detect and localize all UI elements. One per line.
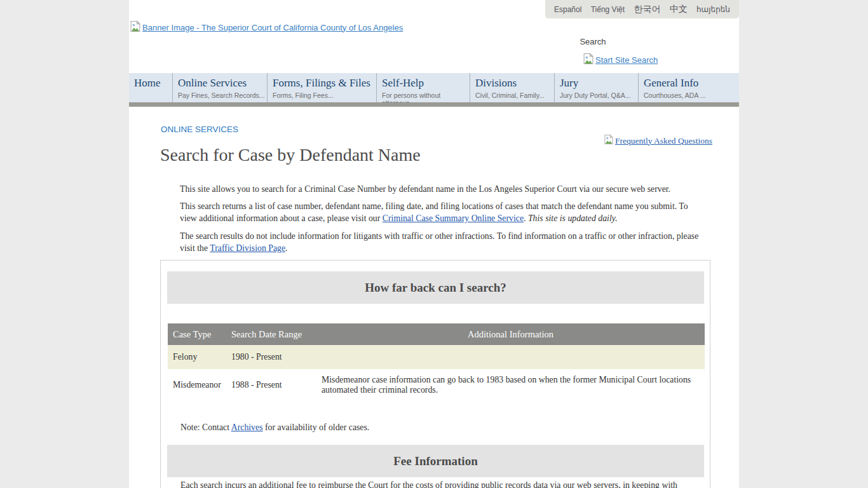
nav-label: Jury bbox=[560, 77, 638, 90]
nav-label: Divisions bbox=[475, 77, 554, 90]
broken-image-icon bbox=[130, 20, 141, 34]
faq-link-label: Frequently Asked Questions bbox=[615, 136, 712, 146]
intro-paragraph-2: This search returns a list of case numbe… bbox=[180, 200, 702, 224]
nav-item-forms-filings-files[interactable]: Forms, Filings & Files Forms, Filing Fee… bbox=[268, 73, 377, 102]
traffic-division-link[interactable]: Traffic Division Page bbox=[210, 243, 285, 253]
faq-link[interactable]: Frequently Asked Questions bbox=[604, 134, 712, 147]
fee-paragraph: Each search incurs an additional fee to … bbox=[180, 479, 695, 488]
banner-link[interactable]: Banner Image - The Superior Court of Cal… bbox=[130, 20, 403, 34]
cell-info bbox=[316, 345, 705, 369]
broken-image-icon bbox=[604, 134, 614, 147]
cell-date-range: 1988 - Present bbox=[226, 369, 316, 401]
col-header-date-range: Search Date Range bbox=[226, 323, 316, 345]
breadcrumb-online-services[interactable]: ONLINE SERVICES bbox=[161, 125, 238, 134]
lang-korean[interactable]: 한국어 bbox=[634, 4, 660, 15]
nav-item-home[interactable]: Home bbox=[129, 73, 173, 102]
archives-note: Note: Contact Archives for availability … bbox=[180, 423, 369, 433]
info-card: How far back can I search? Case Type Sea… bbox=[160, 260, 710, 488]
col-header-additional-info: Additional Information bbox=[316, 323, 705, 345]
nav-item-general-info[interactable]: General Info Courthouses, ADA ... bbox=[639, 73, 739, 102]
criminal-case-summary-link[interactable]: Criminal Case Summary Online Service bbox=[383, 214, 524, 223]
search-range-table: Case Type Search Date Range Additional I… bbox=[168, 323, 705, 401]
nav-subtitle: Courthouses, ADA ... bbox=[644, 92, 739, 99]
nav-label: Forms, Filings & Files bbox=[273, 77, 376, 90]
p3-period: . bbox=[285, 243, 287, 253]
nav-subtitle: Forms, Filing Fees... bbox=[273, 92, 376, 99]
table-row-felony: Felony 1980 - Present bbox=[168, 345, 705, 369]
cell-case-type: Misdemeanor bbox=[168, 369, 226, 401]
p2-italic-note: This site is updated daily. bbox=[528, 214, 618, 223]
col-header-case-type: Case Type bbox=[168, 323, 226, 345]
nav-label: Self-Help bbox=[382, 77, 470, 90]
intro-paragraph-3: The search results do not include inform… bbox=[180, 230, 702, 254]
p2-period: . bbox=[524, 214, 528, 223]
table-header-row: Case Type Search Date Range Additional I… bbox=[168, 323, 705, 345]
table-row-misdemeanor: Misdemeanor 1988 - Present Misdemeanor c… bbox=[168, 369, 705, 401]
fee-information-heading: Fee Information bbox=[167, 445, 704, 477]
note-text-after: for availability of older cases. bbox=[263, 423, 370, 432]
note-text: Note: Contact bbox=[180, 423, 231, 432]
cell-case-type: Felony bbox=[168, 345, 226, 369]
banner-alt-text: Banner Image - The Superior Court of Cal… bbox=[142, 23, 403, 32]
nav-item-divisions[interactable]: Divisions Civil, Criminal, Family... bbox=[470, 73, 555, 102]
nav-divider-strip bbox=[129, 102, 739, 107]
nav-subtitle: Jury Duty Portal, Q&A... bbox=[560, 92, 638, 99]
nav-label: Online Services bbox=[178, 77, 267, 90]
nav-item-jury[interactable]: Jury Jury Duty Portal, Q&A... bbox=[555, 73, 639, 102]
page-title: Search for Case by Defendant Name bbox=[160, 145, 421, 165]
nav-label: Home bbox=[134, 77, 172, 90]
archives-link[interactable]: Archives bbox=[231, 423, 263, 432]
broken-image-icon bbox=[583, 53, 594, 67]
lang-chinese[interactable]: 中文 bbox=[670, 4, 688, 15]
intro-paragraph-1: This site allows you to search for a Cri… bbox=[180, 183, 702, 195]
cell-date-range: 1980 - Present bbox=[226, 345, 316, 369]
start-site-search-link[interactable]: Start Site Search bbox=[583, 53, 658, 67]
how-far-back-heading: How far back can I search? bbox=[167, 271, 704, 304]
lang-spanish[interactable]: Español bbox=[554, 5, 581, 14]
language-bar: Español Tiếng Việt 한국어 中文 հայերեն bbox=[545, 0, 739, 18]
nav-item-online-services[interactable]: Online Services Pay Fines, Search Record… bbox=[173, 73, 268, 102]
lang-armenian[interactable]: հայերեն bbox=[696, 5, 730, 14]
nav-subtitle: Pay Fines, Search Records... bbox=[178, 92, 267, 99]
content-column: Español Tiếng Việt 한국어 中文 հայերեն Banner… bbox=[129, 0, 739, 488]
nav-item-self-help[interactable]: Self-Help For persons without attorneys bbox=[377, 73, 470, 102]
site-search-label: Start Site Search bbox=[595, 55, 658, 65]
lang-vietnamese[interactable]: Tiếng Việt bbox=[591, 5, 625, 14]
search-label: Search bbox=[529, 37, 656, 46]
cell-info: Misdemeanor case information can go back… bbox=[316, 369, 705, 401]
main-navigation: Home Online Services Pay Fines, Search R… bbox=[129, 73, 739, 102]
nav-subtitle: Civil, Criminal, Family... bbox=[475, 92, 554, 99]
nav-label: General Info bbox=[644, 77, 739, 90]
